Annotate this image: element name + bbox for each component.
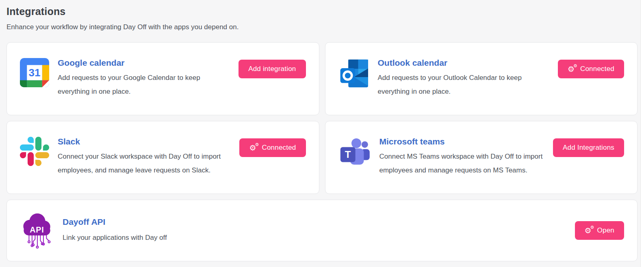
outlook-calendar-icon [338,58,369,89]
card-text: Dayoff API Link your applications with D… [63,216,167,245]
card-text: Slack Connect your Slack workspace with … [58,136,225,177]
integrations-page: Integrations Enhance your workflow by in… [0,0,644,267]
card-text: Microsoft teams Connect MS Teams workspa… [379,136,547,177]
card-description-google-calendar: Add requests to your Google Calendar to … [58,71,225,99]
card-microsoft-teams: T Microsoft teams Connect MS Teams works… [325,121,638,194]
slack-icon [20,137,49,166]
gears-icon [568,65,577,73]
connected-button-outlook[interactable]: Connected [558,60,624,78]
card-description-outlook-calendar: Add requests to your Outlook Calendar to… [378,71,545,99]
card-text: Google calendar Add requests to your Goo… [58,57,225,99]
dayoff-api-icon: API [20,209,54,252]
gears-icon [249,144,259,152]
card-description-slack: Connect your Slack workspace with Day Of… [58,150,225,177]
google-calendar-icon: 31 [20,58,49,87]
add-integrations-button-teams[interactable]: Add Integrations [553,138,624,157]
card-description-microsoft-teams: Connect MS Teams workspace with Day Off … [379,150,547,177]
scrollbar[interactable] [640,0,644,267]
card-google-calendar: 31 Google calendar Add requests to your … [7,42,319,115]
svg-text:31: 31 [29,67,41,78]
card-title-slack[interactable]: Slack [58,136,225,147]
card-title-microsoft-teams[interactable]: Microsoft teams [379,136,547,147]
add-integration-button-google[interactable]: Add integration [239,60,306,78]
page-title: Integrations [7,6,637,17]
card-title-dayoff-api[interactable]: Dayoff API [63,216,167,228]
svg-text:API: API [30,225,44,234]
button-label: Connected [580,65,614,73]
card-dayoff-api: API Dayoff API Link your applications wi… [7,200,637,261]
card-text: Outlook calendar Add requests to your Ou… [378,57,545,99]
card-title-google-calendar[interactable]: Google calendar [58,57,225,69]
connected-button-slack[interactable]: Connected [239,138,306,157]
card-outlook-calendar: Outlook calendar Add requests to your Ou… [325,42,638,115]
gears-icon [585,226,594,235]
button-label: Add Integrations [563,144,614,152]
card-slack: Slack Connect your Slack workspace with … [7,121,319,194]
open-button-dayoff-api[interactable]: Open [575,221,624,240]
svg-text:T: T [345,149,351,160]
card-title-outlook-calendar[interactable]: Outlook calendar [378,57,545,69]
button-label: Connected [262,144,296,152]
page-subtitle: Enhance your workflow by integrating Day… [7,23,637,31]
integration-cards-grid: 31 Google calendar Add requests to your … [7,42,637,261]
card-description-dayoff-api: Link your applications with Day off [63,231,167,245]
microsoft-teams-icon: T [338,137,371,166]
button-label: Open [597,226,614,235]
button-label: Add integration [248,65,296,73]
